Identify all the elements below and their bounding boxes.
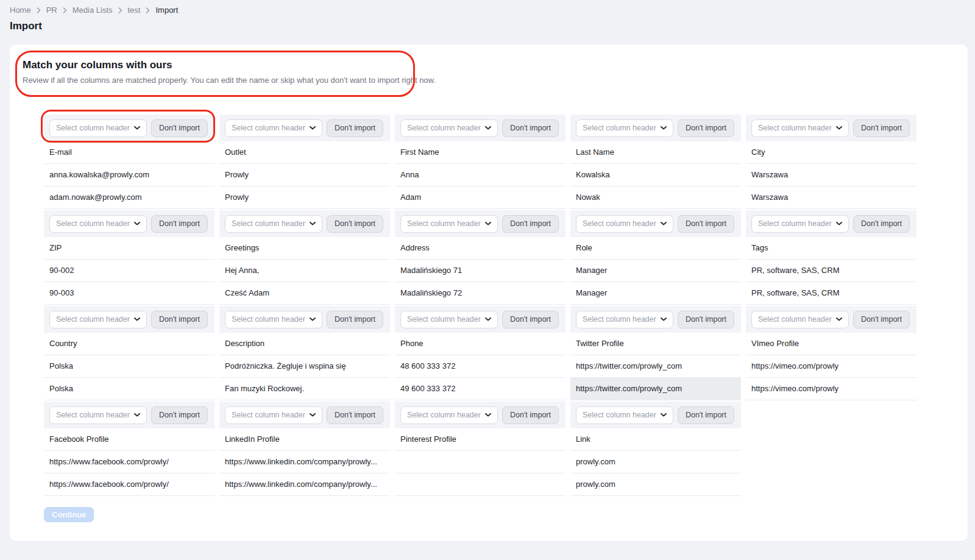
select-placeholder: Select column header <box>583 315 656 324</box>
data-value-cell: prowly.com <box>570 473 741 496</box>
page-title: Import <box>10 20 42 32</box>
data-value-cell: https://vimeo.com/prowly <box>746 355 916 378</box>
breadcrumb-item-media-lists[interactable]: Media Lists <box>73 5 113 15</box>
data-value-cell: Kowalska <box>570 164 741 186</box>
column-header-select[interactable]: Select column header <box>400 119 498 137</box>
dont-import-button[interactable]: Don't import <box>327 215 383 233</box>
column-name-cell: Twitter Profile <box>570 333 741 355</box>
data-value-cell: Cześć Adam <box>219 282 390 305</box>
data-value-cell <box>395 473 566 496</box>
column-header-select[interactable]: Select column header <box>576 215 673 233</box>
column-header-select[interactable]: Select column header <box>225 406 322 424</box>
column-header-select[interactable]: Select column header <box>225 119 322 137</box>
data-value-cell: https://vimeo.com/prowly <box>746 378 916 400</box>
select-placeholder: Select column header <box>758 219 832 228</box>
dont-import-button[interactable]: Don't import <box>678 406 734 424</box>
column-header-select[interactable]: Select column header <box>400 215 498 233</box>
dont-import-button[interactable]: Don't import <box>502 215 559 233</box>
chevron-right-icon <box>146 7 150 13</box>
data-value-cell: 90-002 <box>44 260 214 282</box>
import-column: Select column headerDon't importPinteres… <box>395 402 566 496</box>
chevron-right-icon <box>118 7 122 13</box>
import-column: Select column headerDon't importTwitter … <box>570 306 741 400</box>
data-value-cell: Warszawa <box>746 164 916 186</box>
breadcrumb-item-test[interactable]: test <box>128 5 141 15</box>
continue-button[interactable]: Continue <box>44 507 94 522</box>
dont-import-button[interactable]: Don't import <box>853 215 910 233</box>
data-value-cell: Fan muzyki Rockowej. <box>219 378 390 400</box>
dont-import-button[interactable]: Don't import <box>502 119 559 137</box>
chevron-down-icon <box>134 317 140 321</box>
column-header-select[interactable]: Select column header <box>49 119 147 137</box>
column-header-select[interactable]: Select column header <box>751 215 849 233</box>
column-header-select[interactable]: Select column header <box>751 311 849 328</box>
column-header-select[interactable]: Select column header <box>576 119 673 137</box>
column-name-cell: Role <box>570 237 741 260</box>
data-value-cell: https://twitter.com/prowly_com <box>570 355 741 378</box>
data-value-cell: Madalińskiego 72 <box>395 282 566 305</box>
column-group: Select column headerDon't importFacebook… <box>44 402 916 496</box>
chevron-down-icon <box>485 126 491 130</box>
dont-import-button[interactable]: Don't import <box>853 311 910 328</box>
dont-import-button[interactable]: Don't import <box>327 119 383 137</box>
data-value-cell: PR, software, SAS, CRM <box>746 282 916 305</box>
column-header-select[interactable]: Select column header <box>576 311 673 328</box>
data-value-cell: Madalińskiego 71 <box>395 260 566 282</box>
data-value-cell: Anna <box>395 164 566 186</box>
select-placeholder: Select column header <box>232 411 305 419</box>
dont-import-button[interactable]: Don't import <box>678 215 734 233</box>
data-value-cell: Polska <box>44 378 214 400</box>
dont-import-button[interactable]: Don't import <box>502 406 559 424</box>
column-header-select[interactable]: Select column header <box>400 311 498 328</box>
column-header-select[interactable]: Select column header <box>49 311 147 328</box>
dont-import-button[interactable]: Don't import <box>327 311 383 328</box>
import-column: Select column headerDon't importLinkedIn… <box>219 402 390 496</box>
data-value-cell: 48 600 333 372 <box>395 355 566 378</box>
column-header-select[interactable]: Select column header <box>225 215 322 233</box>
select-placeholder: Select column header <box>56 219 130 228</box>
column-name-cell: Country <box>44 333 214 355</box>
select-placeholder: Select column header <box>407 219 481 228</box>
column-controls-band: Select column headerDon't import <box>44 115 214 141</box>
breadcrumb-item-pr[interactable]: PR <box>46 5 57 15</box>
column-header-select[interactable]: Select column header <box>751 119 849 137</box>
data-value-cell: https://www.facebook.com/prowly/ <box>44 473 214 496</box>
column-controls-band: Select column headerDon't import <box>219 210 390 237</box>
dont-import-button[interactable]: Don't import <box>151 119 208 137</box>
dont-import-button[interactable]: Don't import <box>502 311 559 328</box>
chevron-right-icon <box>37 7 41 13</box>
column-header-select[interactable]: Select column header <box>400 406 498 424</box>
column-header-select[interactable]: Select column header <box>49 215 147 233</box>
data-value-cell: Nowak <box>570 186 741 209</box>
column-controls-band: Select column headerDon't import <box>746 306 916 333</box>
column-name-cell: First Name <box>395 141 566 164</box>
dont-import-button[interactable]: Don't import <box>678 119 734 137</box>
chevron-down-icon <box>310 413 316 417</box>
column-header-select[interactable]: Select column header <box>225 311 322 328</box>
chevron-down-icon <box>485 413 491 417</box>
import-column: Select column headerDon't importLast Nam… <box>570 115 741 209</box>
dont-import-button[interactable]: Don't import <box>151 406 208 424</box>
dont-import-button[interactable]: Don't import <box>151 311 208 328</box>
dont-import-button[interactable]: Don't import <box>151 215 208 233</box>
column-header-select[interactable]: Select column header <box>576 406 673 424</box>
column-name-cell: Description <box>219 333 390 355</box>
data-value-cell: PR, software, SAS, CRM <box>746 260 916 282</box>
select-placeholder: Select column header <box>583 219 656 228</box>
dont-import-button[interactable]: Don't import <box>853 119 910 137</box>
data-value-cell: https://www.facebook.com/prowly/ <box>44 451 214 473</box>
column-group: Select column headerDon't importCountryP… <box>44 306 916 400</box>
chevron-down-icon <box>134 126 140 130</box>
select-placeholder: Select column header <box>583 411 656 419</box>
column-header-select[interactable]: Select column header <box>49 406 147 424</box>
dont-import-button[interactable]: Don't import <box>678 311 734 328</box>
dont-import-button[interactable]: Don't import <box>327 406 383 424</box>
chevron-down-icon <box>836 126 842 130</box>
data-value-cell: Hej Anna, <box>219 260 390 282</box>
column-controls-band: Select column headerDon't import <box>570 210 741 237</box>
select-placeholder: Select column header <box>583 124 656 132</box>
column-controls-band: Select column headerDon't import <box>219 306 390 333</box>
breadcrumb-item-home[interactable]: Home <box>10 5 31 15</box>
column-name-cell: Facebook Profile <box>44 428 214 451</box>
chevron-down-icon <box>310 317 316 321</box>
